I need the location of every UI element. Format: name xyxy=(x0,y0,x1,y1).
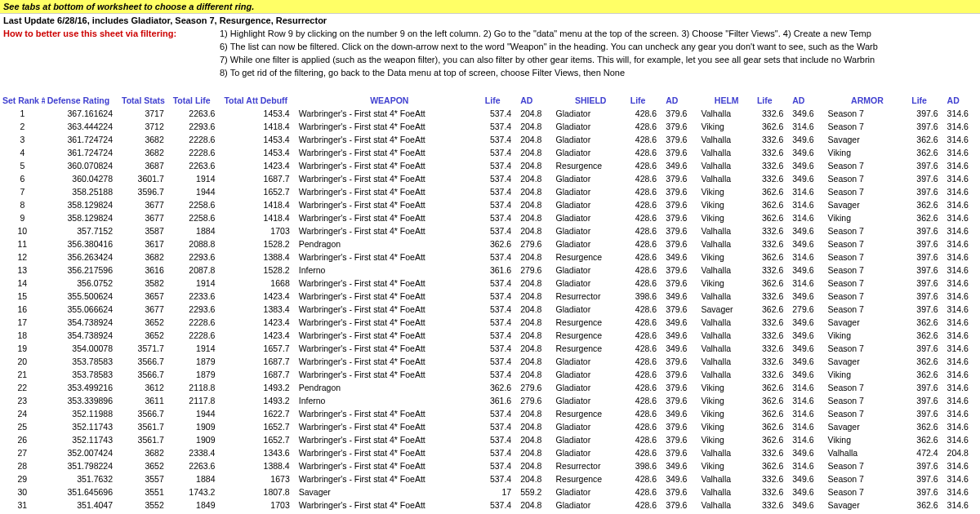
cell: 428.6 xyxy=(628,407,663,420)
cell: 362.6 xyxy=(755,277,790,290)
cell: 397.6 xyxy=(909,303,944,316)
cell: Gladiator xyxy=(554,381,628,394)
cell: Warbringer's - First stat 4* FoeAtt xyxy=(296,277,483,290)
cell: 314.6 xyxy=(945,381,980,394)
cell: 3552 xyxy=(119,498,171,512)
cell: 2263.6 xyxy=(171,159,222,172)
cell: 537.4 xyxy=(483,355,518,368)
col-ad[interactable]: AD xyxy=(518,94,553,107)
cell: 279.6 xyxy=(518,237,553,250)
cell: 2228.6 xyxy=(171,146,222,159)
cell: 428.6 xyxy=(628,446,663,459)
cell: 379.6 xyxy=(663,355,698,368)
cell: Season 7 xyxy=(826,472,910,485)
cell: 1914 xyxy=(171,277,222,290)
cell: Savager xyxy=(826,498,910,512)
cell: 28 xyxy=(0,459,45,472)
cell: Viking xyxy=(826,368,910,381)
col-helm[interactable]: HELM xyxy=(698,94,754,107)
cell: 1849 xyxy=(171,498,222,512)
cell: 204.8 xyxy=(518,316,553,329)
cell: 349.6 xyxy=(790,498,825,512)
cell: 362.6 xyxy=(755,381,790,394)
cell: 351.798224 xyxy=(45,459,119,472)
cell: 349.6 xyxy=(663,472,698,485)
cell: 362.6 xyxy=(755,250,790,264)
cell: Season 7 xyxy=(826,342,910,355)
cell: 1493.2 xyxy=(221,394,296,407)
cell: 3566.7 xyxy=(119,368,171,381)
cell: 1687.7 xyxy=(221,355,296,368)
cell: Season 7 xyxy=(826,120,910,133)
table-row: 16355.06662436772293.61383.4Warbringer's… xyxy=(0,303,980,316)
cell: Season 7 xyxy=(826,224,910,237)
cell: Savager xyxy=(826,420,910,433)
cell: 17 xyxy=(483,485,518,498)
cell: 362.6 xyxy=(755,198,790,211)
cell: 314.6 xyxy=(790,277,825,290)
col-ad[interactable]: AD xyxy=(663,94,698,107)
cell: 354.00078 xyxy=(45,342,119,355)
cell: 204.8 xyxy=(518,120,553,133)
cell: 537.4 xyxy=(483,133,518,146)
cell: 537.4 xyxy=(483,277,518,290)
col-ad[interactable]: AD xyxy=(790,94,825,107)
cell: 29 xyxy=(0,472,45,485)
cell: Warbringer's - First stat 4* FoeAtt xyxy=(296,433,483,446)
cell: 537.4 xyxy=(483,459,518,472)
cell: 379.6 xyxy=(663,133,698,146)
col-rank[interactable]: Set Rank # xyxy=(0,94,45,107)
table-row: 14356.0752358219141668Warbringer's - Fir… xyxy=(0,277,980,290)
cell: 204.8 xyxy=(518,459,553,472)
cell: Season 7 xyxy=(826,172,910,185)
cell: 24 xyxy=(0,407,45,420)
cell: 537.4 xyxy=(483,146,518,159)
cell: 31 xyxy=(0,498,45,512)
cell: Viking xyxy=(698,250,754,264)
cell: 428.6 xyxy=(628,264,663,277)
cell: 332.6 xyxy=(755,146,790,159)
cell: Viking xyxy=(826,211,910,224)
col-life[interactable]: Life xyxy=(755,94,790,107)
col-ad[interactable]: AD xyxy=(945,94,980,107)
col-tad[interactable]: Total Att Debuff xyxy=(221,94,296,107)
cell: 3682 xyxy=(119,146,171,159)
col-life[interactable]: Life xyxy=(483,94,518,107)
col-life[interactable]: Life xyxy=(628,94,663,107)
cell: Viking xyxy=(698,394,754,407)
cell: 349.6 xyxy=(663,329,698,342)
cell: 537.4 xyxy=(483,446,518,459)
cell: 1383.4 xyxy=(221,303,296,316)
cell: Season 7 xyxy=(826,277,910,290)
cell: 349.6 xyxy=(790,329,825,342)
cell: 332.6 xyxy=(755,133,790,146)
cell: 397.6 xyxy=(909,394,944,407)
cell: 362.6 xyxy=(755,394,790,407)
cell: 3601.7 xyxy=(119,172,171,185)
cell: 332.6 xyxy=(755,485,790,498)
cell: 1652.7 xyxy=(221,420,296,433)
cell: 356.380416 xyxy=(45,237,119,250)
col-def[interactable]: Defense Rating xyxy=(45,94,119,107)
cell: 204.8 xyxy=(518,355,553,368)
cell: 1652.7 xyxy=(221,433,296,446)
col-life[interactable]: Life xyxy=(909,94,944,107)
cell: 428.6 xyxy=(628,277,663,290)
cell: 428.6 xyxy=(628,224,663,237)
col-weapon[interactable]: WEAPON xyxy=(296,94,483,107)
cell: 428.6 xyxy=(628,368,663,381)
cell: Warbringer's - First stat 4* FoeAtt xyxy=(296,133,483,146)
col-shield[interactable]: SHIELD xyxy=(554,94,628,107)
cell: 537.4 xyxy=(483,172,518,185)
cell: 362.6 xyxy=(755,303,790,316)
cell: Season 7 xyxy=(826,250,910,264)
col-armor[interactable]: ARMOR xyxy=(826,94,910,107)
table-row: 4361.72472436822228.61453.4Warbringer's … xyxy=(0,146,980,159)
cell: 349.6 xyxy=(790,368,825,381)
cell: 3571.7 xyxy=(119,342,171,355)
cell: 358.25188 xyxy=(45,185,119,198)
col-ts[interactable]: Total Stats xyxy=(119,94,171,107)
col-tl[interactable]: Total Life xyxy=(171,94,222,107)
cell: Savager xyxy=(826,355,910,368)
table-row: 31351.4047355218491703Warbringer's - Fir… xyxy=(0,498,980,512)
